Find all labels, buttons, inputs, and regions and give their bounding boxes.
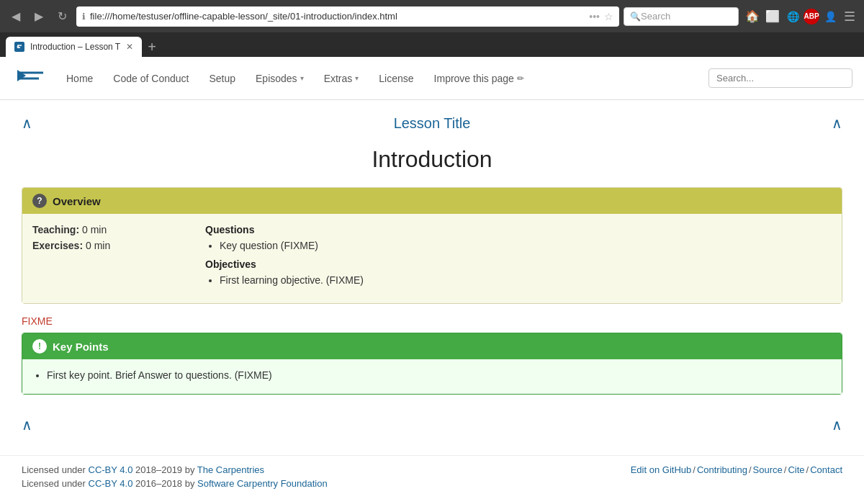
keypoints-body: First key point. Brief Answer to questio… — [22, 359, 842, 394]
keypoints-header: ! Key Points — [22, 333, 842, 359]
keypoints-box: ! Key Points First key point. Brief Answ… — [22, 333, 842, 395]
keypoint-item: First key point. Brief Answer to questio… — [47, 369, 832, 381]
questions-list: Key question (FIXME) — [220, 240, 832, 251]
overview-icon: ? — [32, 194, 47, 208]
browser-search-bar[interactable]: 🔍 Search — [624, 7, 739, 26]
prev-page-bottom-button[interactable]: ∧ — [22, 416, 32, 433]
overview-meta: Teaching: 0 min Exercises: 0 min — [32, 224, 176, 293]
pencil-icon: ✏ — [517, 73, 524, 84]
next-page-button[interactable]: ∧ — [832, 114, 842, 132]
tab-close-button[interactable]: ✕ — [126, 42, 133, 52]
search-placeholder: Search — [641, 11, 670, 22]
footer-license1: Licensed under CC-BY 4.0 2018–2019 by Th… — [22, 464, 328, 475]
footer-cite[interactable]: Cite — [788, 464, 804, 475]
tabs-icon[interactable]: ⬜ — [763, 7, 782, 26]
overview-header: ? Overview — [22, 188, 842, 214]
keypoints-icon: ! — [32, 339, 47, 354]
objectives-heading: Objectives — [205, 258, 832, 270]
next-page-bottom-button[interactable]: ∧ — [832, 416, 842, 433]
tab-label: Introduction – Lesson T — [30, 42, 120, 52]
objective-item: First learning objective. (FIXME) — [220, 274, 832, 286]
extras-dropdown-arrow: ▾ — [355, 74, 359, 82]
browser-toolbar-icons: 🏠 ⬜ 🌐 ABP 👤 ☰ — [743, 7, 858, 26]
footer-sep-3: / — [784, 464, 787, 475]
nav-search[interactable] — [708, 68, 852, 88]
overview-body: Teaching: 0 min Exercises: 0 min Questio… — [22, 214, 842, 303]
footer-carpentries-link[interactable]: The Carpentries — [197, 464, 264, 475]
footer-software-carpentry-link[interactable]: Software Carpentry Foundation — [197, 478, 328, 489]
footer-sep-2: / — [749, 464, 752, 475]
nav-license[interactable]: License — [369, 57, 423, 100]
keypoints-list: First key point. Brief Answer to questio… — [47, 369, 832, 381]
nav-home[interactable]: Home — [56, 57, 103, 100]
more-options-icon: ••• — [589, 11, 600, 22]
footer-source[interactable]: Source — [753, 464, 783, 475]
footer-edit-github[interactable]: Edit on GitHub — [631, 464, 692, 475]
page-header: ∧ Lesson Title ∧ — [22, 107, 842, 139]
footer-contact[interactable]: Contact — [810, 464, 842, 475]
exercises-time: Exercises: 0 min — [32, 240, 176, 251]
site-logo[interactable] — [12, 66, 48, 91]
nav-episodes-dropdown[interactable]: Episodes ▾ — [246, 57, 314, 100]
search-input[interactable] — [708, 68, 852, 88]
prev-page-button[interactable]: ∧ — [22, 114, 32, 132]
address-bar[interactable]: ℹ file:///home/testuser/offline-capable-… — [76, 6, 619, 27]
tab-bar: Introduction – Lesson T ✕ + — [0, 32, 864, 57]
lesson-title-link[interactable]: Lesson Title — [394, 115, 471, 132]
objectives-list: First learning objective. (FIXME) — [220, 274, 832, 286]
back-button[interactable]: ◀ — [6, 6, 26, 27]
site-footer: Licensed under CC-BY 4.0 2018–2019 by Th… — [0, 455, 864, 498]
page-footer-nav: ∧ ∧ — [22, 409, 842, 441]
info-icon: ℹ — [82, 12, 86, 22]
svg-marker-5 — [17, 70, 26, 81]
nav-setup[interactable]: Setup — [199, 57, 246, 100]
episodes-dropdown-arrow: ▾ — [300, 74, 304, 82]
footer-left: Licensed under CC-BY 4.0 2018–2019 by Th… — [22, 464, 328, 489]
footer-right: Edit on GitHub / Contributing / Source /… — [631, 464, 842, 475]
globe-icon[interactable]: 🌐 — [783, 7, 802, 26]
forward-button[interactable]: ▶ — [29, 6, 49, 27]
reload-button[interactable]: ↻ — [52, 6, 72, 27]
fixme-label: FIXME — [22, 315, 842, 327]
address-text: file:///home/testuser/offline-capable-le… — [90, 11, 585, 22]
improve-page-button[interactable]: Improve this page ✏ — [424, 57, 534, 100]
nav-extras-dropdown[interactable]: Extras ▾ — [314, 57, 369, 100]
site-navbar: Home Code of Conduct Setup Episodes ▾ Ex… — [0, 57, 864, 100]
footer-cc-link-2[interactable]: CC-BY 4.0 — [89, 478, 133, 489]
overview-heading: Overview — [53, 195, 101, 207]
nav-buttons: ◀ ▶ ↻ — [6, 6, 72, 27]
nav-links: Home Code of Conduct Setup Episodes ▾ Ex… — [56, 57, 708, 100]
tab-favicon — [14, 42, 24, 52]
nav-code-of-conduct[interactable]: Code of Conduct — [103, 57, 199, 100]
footer-cc-link-1[interactable]: CC-BY 4.0 — [89, 464, 133, 475]
main-content: ∧ Lesson Title ∧ Introduction ? Overview… — [0, 100, 864, 455]
keypoints-heading: Key Points — [53, 341, 109, 353]
home-icon[interactable]: 🏠 — [743, 7, 762, 26]
footer-sep-4: / — [806, 464, 809, 475]
bookmark-icon: ☆ — [604, 11, 613, 22]
question-item: Key question (FIXME) — [220, 240, 832, 251]
footer-contributing[interactable]: Contributing — [697, 464, 747, 475]
adblock-icon[interactable]: ABP — [804, 9, 819, 24]
menu-button[interactable]: ☰ — [841, 7, 858, 26]
overview-content: Questions Key question (FIXME) Objective… — [205, 224, 832, 293]
new-tab-button[interactable]: + — [143, 37, 161, 57]
user-icon[interactable]: 👤 — [821, 7, 840, 26]
footer-sep-1: / — [693, 464, 696, 475]
overview-box: ? Overview Teaching: 0 min Exercises: 0 … — [22, 187, 842, 304]
browser-chrome: ◀ ▶ ↻ ℹ file:///home/testuser/offline-ca… — [0, 0, 864, 32]
page-title: Introduction — [22, 146, 842, 173]
footer-license2: Licensed under CC-BY 4.0 2016–2018 by So… — [22, 478, 328, 489]
questions-heading: Questions — [205, 224, 832, 235]
active-tab[interactable]: Introduction – Lesson T ✕ — [6, 37, 142, 57]
search-glass-icon: 🔍 — [630, 12, 641, 22]
teaching-time: Teaching: 0 min — [32, 224, 176, 235]
